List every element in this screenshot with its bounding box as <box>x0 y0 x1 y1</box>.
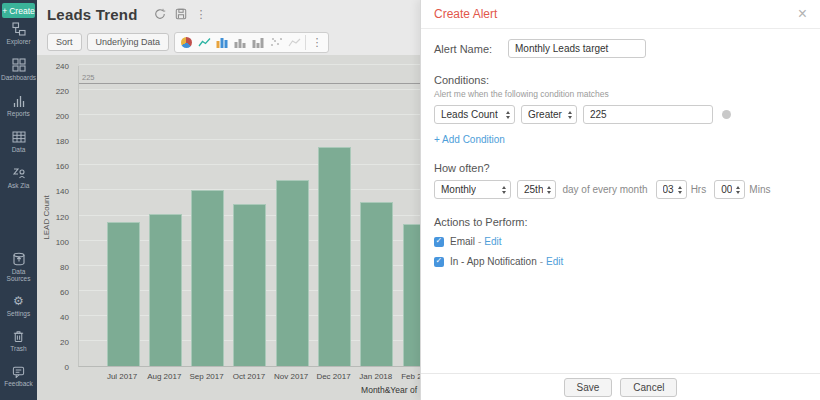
bar-dec-2017[interactable] <box>318 147 351 366</box>
explorer-icon <box>12 22 26 36</box>
cancel-button[interactable]: Cancel <box>620 378 677 397</box>
sidebar-item-data[interactable]: Data <box>0 130 37 153</box>
sort-button[interactable]: Sort <box>47 33 82 51</box>
gridline <box>79 114 420 115</box>
sidebar-item-feedback[interactable]: Feedback <box>0 365 37 387</box>
more-options-icon[interactable]: ⋮ <box>196 9 207 20</box>
spinner-icon <box>736 186 740 194</box>
panel-footer: Save Cancel <box>421 373 820 400</box>
y-tick-label: 200 <box>39 112 69 121</box>
bar-chart: LEAD Count 02040608010012014016018020022… <box>37 55 420 400</box>
toolbar-divider <box>305 35 306 50</box>
action-row-in-app: In - App Notification - Edit <box>434 256 807 267</box>
reports-icon <box>12 94 26 108</box>
minute-select[interactable]: 00 <box>714 180 745 199</box>
stacked-bar-chart-icon[interactable] <box>231 33 249 52</box>
sidebar-item-label: Dashboards <box>1 74 36 81</box>
y-tick-label: 220 <box>39 87 69 96</box>
bar-nov-2017[interactable] <box>276 180 309 366</box>
sidebar-item-settings[interactable]: ⚙ Settings <box>0 295 37 317</box>
scatter-chart-icon[interactable] <box>267 33 285 52</box>
sidebar-item-label: Settings <box>7 310 31 317</box>
x-tick-label: Feb 2018 <box>391 372 420 381</box>
y-tick-label: 80 <box>39 263 69 272</box>
gridline <box>79 64 420 65</box>
frequency-select[interactable]: Monthly <box>434 180 511 199</box>
create-alert-panel: Create Alert × Alert Name: Conditions: A… <box>420 0 820 400</box>
plus-icon: + <box>2 6 7 16</box>
conditions-hint: Alert me when the following condition ma… <box>434 89 807 99</box>
sidebar-item-explorer[interactable]: Explorer <box>0 22 37 45</box>
refresh-icon[interactable] <box>154 6 166 24</box>
sidebar-item-reports[interactable]: Reports <box>0 94 37 117</box>
day-select[interactable]: 25th <box>517 180 556 199</box>
threshold-label: 225 <box>82 73 95 82</box>
feedback-icon <box>12 365 25 378</box>
y-tick-label: 180 <box>39 137 69 146</box>
sidebar-item-trash[interactable]: Trash <box>0 330 37 352</box>
gridline <box>79 89 420 90</box>
y-tick-label: 140 <box>39 187 69 196</box>
bar-sep-2017[interactable] <box>191 190 224 366</box>
chart-toolbar: Sort Underlying Data ⋮ <box>37 29 420 55</box>
alert-name-input[interactable] <box>508 39 646 58</box>
sidebar-item-label: Data Sources <box>0 268 37 282</box>
bar-feb-2018[interactable] <box>403 224 420 366</box>
mins-label: Mins <box>749 184 770 195</box>
bar-aug-2017[interactable] <box>149 214 182 366</box>
condition-field-select[interactable]: Leads Count <box>434 105 515 124</box>
sidebar-item-ask-zia[interactable]: Ask Zia <box>0 166 37 189</box>
sidebar-item-label: Reports <box>7 110 30 117</box>
gridline <box>79 164 420 165</box>
ask-zia-icon <box>12 166 26 180</box>
email-edit-link[interactable]: Edit <box>484 236 501 247</box>
gear-icon: ⚙ <box>13 295 24 308</box>
y-tick-label: 40 <box>39 313 69 322</box>
remove-condition-button[interactable] <box>722 110 731 119</box>
condition-value-input[interactable] <box>583 105 713 124</box>
hour-select[interactable]: 03 <box>656 180 687 199</box>
data-sources-icon <box>12 252 26 266</box>
underlying-data-button[interactable]: Underlying Data <box>87 33 170 51</box>
bar-jul-2017[interactable] <box>107 222 140 366</box>
close-icon[interactable]: × <box>798 6 807 22</box>
area-chart-icon-disabled[interactable] <box>285 33 303 52</box>
email-checkbox[interactable] <box>434 237 444 247</box>
alert-name-row: Alert Name: <box>434 39 807 58</box>
gridline <box>79 189 420 190</box>
action-row-email: Email - Edit <box>434 236 807 247</box>
line-chart-icon[interactable] <box>195 33 213 52</box>
in-app-edit-link[interactable]: Edit <box>546 256 563 267</box>
sidebar-item-data-sources[interactable]: Data Sources <box>0 252 37 282</box>
sidebar-item-label: Explorer <box>6 38 30 45</box>
save-icon[interactable] <box>175 6 187 24</box>
bar-oct-2017[interactable] <box>233 204 266 366</box>
save-button[interactable]: Save <box>564 378 613 397</box>
sidebar-spacer <box>0 202 37 252</box>
bar-jan-2018[interactable] <box>360 202 393 366</box>
spinner-icon <box>502 186 506 194</box>
report-header: Leads Trend ⋮ <box>37 0 420 29</box>
pie-chart-icon[interactable] <box>177 33 195 52</box>
in-app-notification-checkbox[interactable] <box>434 257 444 267</box>
condition-operator-select[interactable]: Greater Thar <box>521 105 577 124</box>
create-button[interactable]: + Create <box>2 3 35 18</box>
sidebar: + Create Explorer Dashboards Reports Dat… <box>0 0 37 400</box>
sidebar-item-label: Ask Zia <box>8 182 30 189</box>
sidebar-item-label: Trash <box>10 345 26 352</box>
hrs-label: Hrs <box>691 184 707 195</box>
plot-area: 225 <box>78 66 420 367</box>
grouped-bar-chart-icon[interactable] <box>249 33 267 52</box>
actions-label: Actions to Perform: <box>434 216 807 228</box>
y-tick-label: 0 <box>39 363 69 372</box>
add-condition-link[interactable]: + Add Condition <box>434 134 505 145</box>
sidebar-item-label: Data <box>12 146 26 153</box>
create-button-label: Create <box>9 6 35 16</box>
bar-chart-icon-active[interactable] <box>213 33 231 52</box>
chart-options-kebab-icon[interactable]: ⋮ <box>308 33 326 52</box>
y-tick-label: 60 <box>39 288 69 297</box>
y-tick-label: 160 <box>39 162 69 171</box>
y-tick-label: 100 <box>39 238 69 247</box>
x-axis-title: Month&Year of <box>361 385 417 395</box>
sidebar-item-dashboards[interactable]: Dashboards <box>0 58 37 81</box>
